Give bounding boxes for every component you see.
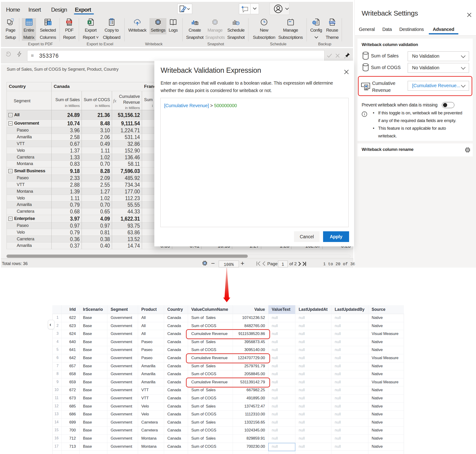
svg-text:PDF: PDF (67, 21, 72, 23)
svg-text:X: X (89, 21, 91, 24)
svg-text:JSON: JSON (329, 21, 335, 24)
